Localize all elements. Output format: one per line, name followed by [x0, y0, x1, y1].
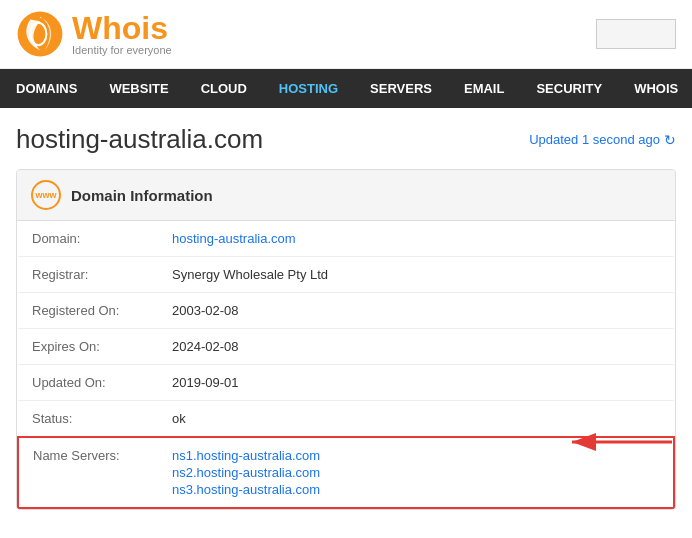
header-search-box [596, 19, 676, 49]
logo-icon [16, 10, 64, 58]
page-title: hosting-australia.com [16, 124, 263, 155]
label-registered-on: Registered On: [18, 293, 158, 329]
table-row: Updated On: 2019-09-01 [18, 365, 674, 401]
table-row: Registered On: 2003-02-08 [18, 293, 674, 329]
svg-point-0 [18, 12, 63, 57]
nav-website[interactable]: WEBSITE [93, 69, 184, 108]
card-header: www Domain Information [17, 170, 675, 221]
nav-whois[interactable]: WHOIS [618, 69, 692, 108]
domain-title-row: hosting-australia.com Updated 1 second a… [16, 124, 676, 155]
nav-domains[interactable]: DOMAINS [0, 69, 93, 108]
value-domain[interactable]: hosting-australia.com [158, 221, 674, 257]
nav-cloud[interactable]: CLOUD [185, 69, 263, 108]
label-status: Status: [18, 401, 158, 438]
ns3-link[interactable]: ns3.hosting-australia.com [172, 482, 659, 497]
brand-name: Whois [72, 12, 172, 44]
nav-email[interactable]: EMAIL [448, 69, 520, 108]
ns2-link[interactable]: ns2.hosting-australia.com [172, 465, 659, 480]
logo-area: Whois Identity for everyone [16, 10, 172, 58]
value-updated-on: 2019-09-01 [158, 365, 674, 401]
value-expires-on: 2024-02-08 [158, 329, 674, 365]
card-title: Domain Information [71, 187, 213, 204]
label-expires-on: Expires On: [18, 329, 158, 365]
brand-tagline: Identity for everyone [72, 44, 172, 56]
label-registrar: Registrar: [18, 257, 158, 293]
label-domain: Domain: [18, 221, 158, 257]
main-nav: DOMAINS WEBSITE CLOUD HOSTING SERVERS EM… [0, 69, 692, 108]
value-registrar: Synergy Wholesale Pty Ltd [158, 257, 674, 293]
label-updated-on: Updated On: [18, 365, 158, 401]
refresh-icon[interactable]: ↻ [664, 132, 676, 148]
red-arrow-icon [562, 422, 682, 462]
table-row: Expires On: 2024-02-08 [18, 329, 674, 365]
label-name-servers: Name Servers: [18, 437, 158, 508]
nav-security[interactable]: SECURITY [520, 69, 618, 108]
header: Whois Identity for everyone [0, 0, 692, 69]
updated-status: Updated 1 second ago ↻ [529, 132, 676, 148]
table-row: Registrar: Synergy Wholesale Pty Ltd [18, 257, 674, 293]
info-table: Domain: hosting-australia.com Registrar:… [17, 221, 675, 509]
updated-text-label: Updated 1 second ago [529, 132, 660, 147]
nav-hosting[interactable]: HOSTING [263, 69, 354, 108]
nav-servers[interactable]: SERVERS [354, 69, 448, 108]
page-content: hosting-australia.com Updated 1 second a… [0, 108, 692, 530]
www-icon: www [31, 180, 61, 210]
page-wrapper: Whois Identity for everyone DOMAINS WEBS… [0, 0, 692, 530]
arrow-annotation [562, 422, 682, 462]
table-row: Domain: hosting-australia.com [18, 221, 674, 257]
logo-text: Whois Identity for everyone [72, 12, 172, 56]
value-registered-on: 2003-02-08 [158, 293, 674, 329]
